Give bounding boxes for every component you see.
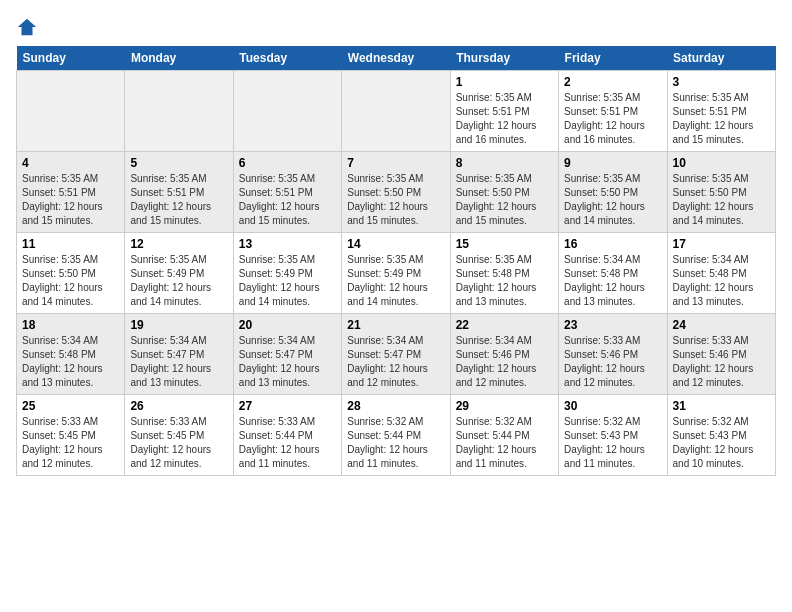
calendar-cell: 12Sunrise: 5:35 AM Sunset: 5:49 PM Dayli… [125,233,233,314]
day-info: Sunrise: 5:35 AM Sunset: 5:51 PM Dayligh… [130,172,227,228]
calendar-week-4: 18Sunrise: 5:34 AM Sunset: 5:48 PM Dayli… [17,314,776,395]
day-info: Sunrise: 5:34 AM Sunset: 5:48 PM Dayligh… [22,334,119,390]
day-number: 11 [22,237,119,251]
day-info: Sunrise: 5:35 AM Sunset: 5:50 PM Dayligh… [456,172,553,228]
day-info: Sunrise: 5:35 AM Sunset: 5:51 PM Dayligh… [673,91,770,147]
calendar-cell: 31Sunrise: 5:32 AM Sunset: 5:43 PM Dayli… [667,395,775,476]
calendar-cell: 4Sunrise: 5:35 AM Sunset: 5:51 PM Daylig… [17,152,125,233]
calendar-cell: 30Sunrise: 5:32 AM Sunset: 5:43 PM Dayli… [559,395,667,476]
calendar-cell: 5Sunrise: 5:35 AM Sunset: 5:51 PM Daylig… [125,152,233,233]
day-number: 31 [673,399,770,413]
day-info: Sunrise: 5:34 AM Sunset: 5:47 PM Dayligh… [347,334,444,390]
day-info: Sunrise: 5:32 AM Sunset: 5:44 PM Dayligh… [456,415,553,471]
day-info: Sunrise: 5:34 AM Sunset: 5:47 PM Dayligh… [130,334,227,390]
day-info: Sunrise: 5:34 AM Sunset: 5:48 PM Dayligh… [564,253,661,309]
day-info: Sunrise: 5:35 AM Sunset: 5:51 PM Dayligh… [22,172,119,228]
day-info: Sunrise: 5:35 AM Sunset: 5:50 PM Dayligh… [22,253,119,309]
calendar-cell: 19Sunrise: 5:34 AM Sunset: 5:47 PM Dayli… [125,314,233,395]
calendar-cell: 26Sunrise: 5:33 AM Sunset: 5:45 PM Dayli… [125,395,233,476]
calendar-cell: 23Sunrise: 5:33 AM Sunset: 5:46 PM Dayli… [559,314,667,395]
weekday-header-sunday: Sunday [17,46,125,71]
day-number: 18 [22,318,119,332]
calendar-cell: 27Sunrise: 5:33 AM Sunset: 5:44 PM Dayli… [233,395,341,476]
day-info: Sunrise: 5:33 AM Sunset: 5:45 PM Dayligh… [130,415,227,471]
day-info: Sunrise: 5:35 AM Sunset: 5:51 PM Dayligh… [564,91,661,147]
calendar-cell: 17Sunrise: 5:34 AM Sunset: 5:48 PM Dayli… [667,233,775,314]
day-number: 15 [456,237,553,251]
day-info: Sunrise: 5:35 AM Sunset: 5:49 PM Dayligh… [130,253,227,309]
calendar-cell: 28Sunrise: 5:32 AM Sunset: 5:44 PM Dayli… [342,395,450,476]
calendar-cell: 29Sunrise: 5:32 AM Sunset: 5:44 PM Dayli… [450,395,558,476]
day-number: 26 [130,399,227,413]
day-number: 29 [456,399,553,413]
day-info: Sunrise: 5:35 AM Sunset: 5:49 PM Dayligh… [347,253,444,309]
day-info: Sunrise: 5:35 AM Sunset: 5:50 PM Dayligh… [673,172,770,228]
calendar-cell: 14Sunrise: 5:35 AM Sunset: 5:49 PM Dayli… [342,233,450,314]
weekday-header-tuesday: Tuesday [233,46,341,71]
day-info: Sunrise: 5:33 AM Sunset: 5:46 PM Dayligh… [673,334,770,390]
calendar-cell [342,71,450,152]
day-number: 1 [456,75,553,89]
calendar-week-5: 25Sunrise: 5:33 AM Sunset: 5:45 PM Dayli… [17,395,776,476]
day-info: Sunrise: 5:35 AM Sunset: 5:51 PM Dayligh… [239,172,336,228]
day-info: Sunrise: 5:35 AM Sunset: 5:50 PM Dayligh… [347,172,444,228]
day-info: Sunrise: 5:35 AM Sunset: 5:49 PM Dayligh… [239,253,336,309]
calendar-cell: 9Sunrise: 5:35 AM Sunset: 5:50 PM Daylig… [559,152,667,233]
day-info: Sunrise: 5:35 AM Sunset: 5:51 PM Dayligh… [456,91,553,147]
day-info: Sunrise: 5:33 AM Sunset: 5:46 PM Dayligh… [564,334,661,390]
calendar-cell: 20Sunrise: 5:34 AM Sunset: 5:47 PM Dayli… [233,314,341,395]
page-header [16,16,776,38]
day-number: 24 [673,318,770,332]
calendar-cell: 11Sunrise: 5:35 AM Sunset: 5:50 PM Dayli… [17,233,125,314]
day-number: 2 [564,75,661,89]
calendar-cell: 6Sunrise: 5:35 AM Sunset: 5:51 PM Daylig… [233,152,341,233]
day-number: 8 [456,156,553,170]
calendar-cell: 3Sunrise: 5:35 AM Sunset: 5:51 PM Daylig… [667,71,775,152]
calendar-week-2: 4Sunrise: 5:35 AM Sunset: 5:51 PM Daylig… [17,152,776,233]
day-number: 30 [564,399,661,413]
day-number: 20 [239,318,336,332]
calendar-cell: 21Sunrise: 5:34 AM Sunset: 5:47 PM Dayli… [342,314,450,395]
calendar-cell: 10Sunrise: 5:35 AM Sunset: 5:50 PM Dayli… [667,152,775,233]
calendar-cell: 8Sunrise: 5:35 AM Sunset: 5:50 PM Daylig… [450,152,558,233]
calendar-cell [125,71,233,152]
day-number: 5 [130,156,227,170]
day-number: 21 [347,318,444,332]
day-number: 25 [22,399,119,413]
calendar-cell [233,71,341,152]
calendar-cell: 7Sunrise: 5:35 AM Sunset: 5:50 PM Daylig… [342,152,450,233]
day-number: 27 [239,399,336,413]
day-number: 9 [564,156,661,170]
calendar-cell: 13Sunrise: 5:35 AM Sunset: 5:49 PM Dayli… [233,233,341,314]
calendar-table: SundayMondayTuesdayWednesdayThursdayFrid… [16,46,776,476]
day-number: 19 [130,318,227,332]
day-info: Sunrise: 5:34 AM Sunset: 5:47 PM Dayligh… [239,334,336,390]
calendar-cell: 18Sunrise: 5:34 AM Sunset: 5:48 PM Dayli… [17,314,125,395]
day-info: Sunrise: 5:34 AM Sunset: 5:46 PM Dayligh… [456,334,553,390]
day-number: 10 [673,156,770,170]
day-info: Sunrise: 5:35 AM Sunset: 5:48 PM Dayligh… [456,253,553,309]
weekday-header-friday: Friday [559,46,667,71]
day-number: 4 [22,156,119,170]
day-number: 13 [239,237,336,251]
weekday-header-wednesday: Wednesday [342,46,450,71]
calendar-cell: 22Sunrise: 5:34 AM Sunset: 5:46 PM Dayli… [450,314,558,395]
day-info: Sunrise: 5:35 AM Sunset: 5:50 PM Dayligh… [564,172,661,228]
logo-icon [16,16,38,38]
day-number: 14 [347,237,444,251]
calendar-cell: 15Sunrise: 5:35 AM Sunset: 5:48 PM Dayli… [450,233,558,314]
day-info: Sunrise: 5:33 AM Sunset: 5:44 PM Dayligh… [239,415,336,471]
day-number: 12 [130,237,227,251]
day-number: 16 [564,237,661,251]
day-info: Sunrise: 5:33 AM Sunset: 5:45 PM Dayligh… [22,415,119,471]
calendar-cell: 2Sunrise: 5:35 AM Sunset: 5:51 PM Daylig… [559,71,667,152]
day-info: Sunrise: 5:34 AM Sunset: 5:48 PM Dayligh… [673,253,770,309]
weekday-header-row: SundayMondayTuesdayWednesdayThursdayFrid… [17,46,776,71]
day-number: 23 [564,318,661,332]
weekday-header-monday: Monday [125,46,233,71]
day-number: 28 [347,399,444,413]
weekday-header-thursday: Thursday [450,46,558,71]
calendar-week-1: 1Sunrise: 5:35 AM Sunset: 5:51 PM Daylig… [17,71,776,152]
day-number: 17 [673,237,770,251]
day-number: 6 [239,156,336,170]
